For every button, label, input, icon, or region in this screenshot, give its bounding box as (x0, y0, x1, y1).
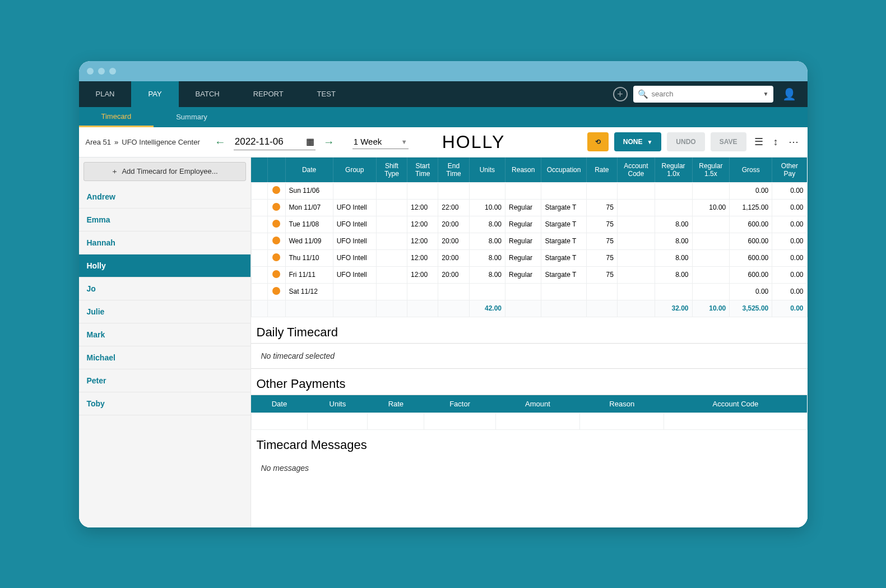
grid-cell-rate[interactable]: 75 (586, 216, 617, 233)
window-dot[interactable] (87, 68, 94, 75)
save-button[interactable]: SAVE (711, 132, 746, 151)
grid-header[interactable]: Group (333, 158, 376, 183)
grid-header[interactable] (251, 158, 268, 183)
grid-cell-date[interactable]: Tue 11/08 (285, 216, 333, 233)
grid-header[interactable]: Gross (730, 158, 772, 183)
grid-cell-units[interactable]: 8.00 (469, 216, 505, 233)
grid-cell-shift[interactable] (376, 266, 407, 283)
grid-cell-end[interactable]: 20:00 (438, 249, 469, 266)
grid-row[interactable]: Sun 11/060.000.00 (251, 182, 807, 199)
next-week-button[interactable]: → (321, 133, 337, 151)
grid-cell-reason[interactable]: Regular (505, 216, 541, 233)
grid-row[interactable]: Mon 11/07UFO Intell12:0022:0010.00Regula… (251, 199, 807, 216)
grid-cell-occ[interactable]: Stargate T (541, 266, 586, 283)
grid-cell-other[interactable]: 0.00 (772, 266, 807, 283)
grid-cell-start[interactable]: 12:00 (407, 249, 438, 266)
grid-cell-occ[interactable] (541, 182, 586, 199)
row-expand[interactable] (251, 216, 268, 233)
employee-item[interactable]: Toby (79, 392, 251, 415)
grid-cell-group[interactable]: UFO Intell (333, 233, 376, 249)
grid-cell-date[interactable]: Thu 11/10 (285, 249, 333, 266)
sort-icon[interactable]: ↕ (771, 136, 781, 148)
row-expand[interactable] (251, 233, 268, 249)
grid-header[interactable]: Units (469, 158, 505, 183)
breadcrumb-item[interactable]: Area 51 (86, 138, 112, 146)
subnav-tab-timecard[interactable]: Timecard (79, 107, 154, 127)
grid-cell-acct[interactable] (617, 233, 655, 249)
grid-header[interactable]: Rate (586, 158, 617, 183)
grid-cell-end[interactable] (438, 283, 469, 300)
grid-header[interactable]: Account Code (617, 158, 655, 183)
grid-cell-end[interactable]: 20:00 (438, 233, 469, 249)
row-expand[interactable] (251, 283, 268, 300)
grid-cell-start[interactable] (407, 182, 438, 199)
other-header[interactable]: Reason (580, 395, 664, 413)
other-cell[interactable] (368, 413, 424, 429)
grid-cell-shift[interactable] (376, 283, 407, 300)
other-header[interactable]: Factor (424, 395, 496, 413)
other-header[interactable]: Units (308, 395, 368, 413)
grid-cell-shift[interactable] (376, 249, 407, 266)
employee-item[interactable]: Michael (79, 346, 251, 369)
grid-cell-occ[interactable]: Stargate T (541, 216, 586, 233)
grid-cell-date[interactable]: Sat 11/12 (285, 283, 333, 300)
grid-cell-start[interactable]: 12:00 (407, 266, 438, 283)
undo-button[interactable]: UNDO (667, 132, 704, 151)
grid-cell-occ[interactable] (541, 283, 586, 300)
grid-cell-units[interactable]: 8.00 (469, 233, 505, 249)
grid-cell-acct[interactable] (617, 266, 655, 283)
grid-cell-gross[interactable]: 600.00 (730, 266, 772, 283)
grid-cell-group[interactable]: UFO Intell (333, 199, 376, 216)
grid-cell-gross[interactable]: 0.00 (730, 182, 772, 199)
grid-cell-start[interactable] (407, 283, 438, 300)
grid-cell-gross[interactable]: 600.00 (730, 249, 772, 266)
row-expand[interactable] (251, 199, 268, 216)
topnav-tab-report[interactable]: REPORT (236, 81, 300, 107)
grid-cell-other[interactable]: 0.00 (772, 216, 807, 233)
employee-item[interactable]: Emma (79, 209, 251, 232)
other-cell[interactable] (251, 413, 308, 429)
grid-header[interactable]: Date (285, 158, 333, 183)
grid-cell-gross[interactable]: 600.00 (730, 216, 772, 233)
employee-item[interactable]: Peter (79, 369, 251, 392)
grid-cell-reason[interactable]: Regular (505, 266, 541, 283)
grid-cell-rate[interactable] (586, 182, 617, 199)
other-header[interactable]: Rate (368, 395, 424, 413)
grid-cell-units[interactable]: 8.00 (469, 249, 505, 266)
grid-cell-other[interactable]: 0.00 (772, 199, 807, 216)
grid-cell-r15[interactable]: 10.00 (692, 199, 730, 216)
grid-cell-acct[interactable] (617, 216, 655, 233)
grid-cell-r15[interactable] (692, 233, 730, 249)
grid-row[interactable]: Fri 11/11UFO Intell12:0020:008.00Regular… (251, 266, 807, 283)
other-cell[interactable] (424, 413, 496, 429)
user-icon[interactable]: 👤 (779, 87, 800, 101)
row-expand[interactable] (251, 182, 268, 199)
more-icon[interactable]: ⋯ (786, 136, 801, 148)
grid-cell-shift[interactable] (376, 233, 407, 249)
grid-cell-units[interactable]: 8.00 (469, 266, 505, 283)
grid-cell-group[interactable]: UFO Intell (333, 216, 376, 233)
grid-cell-date[interactable]: Fri 11/11 (285, 266, 333, 283)
grid-cell-end[interactable]: 20:00 (438, 266, 469, 283)
range-select[interactable]: 1 Week ▼ (352, 135, 409, 149)
grid-header[interactable]: Regular 1.5x (692, 158, 730, 183)
date-input[interactable]: 2022-11-06 ▦ (234, 134, 316, 150)
grid-header[interactable]: End Time (438, 158, 469, 183)
grid-cell-start[interactable]: 12:00 (407, 199, 438, 216)
grid-cell-r1[interactable] (655, 199, 692, 216)
grid-cell-date[interactable]: Wed 11/09 (285, 233, 333, 249)
grid-cell-shift[interactable] (376, 182, 407, 199)
grid-cell-end[interactable]: 20:00 (438, 216, 469, 233)
grid-cell-rate[interactable]: 75 (586, 249, 617, 266)
grid-cell-end[interactable]: 22:00 (438, 199, 469, 216)
grid-cell-reason[interactable]: Regular (505, 233, 541, 249)
grid-cell-rate[interactable]: 75 (586, 233, 617, 249)
grid-cell-other[interactable]: 0.00 (772, 182, 807, 199)
grid-cell-r15[interactable] (692, 249, 730, 266)
grid-cell-units[interactable]: 10.00 (469, 199, 505, 216)
grid-cell-r15[interactable] (692, 182, 730, 199)
other-header[interactable]: Account Code (664, 395, 807, 413)
grid-cell-r1[interactable] (655, 182, 692, 199)
employee-item[interactable]: Andrew (79, 186, 251, 209)
grid-cell-reason[interactable] (505, 283, 541, 300)
